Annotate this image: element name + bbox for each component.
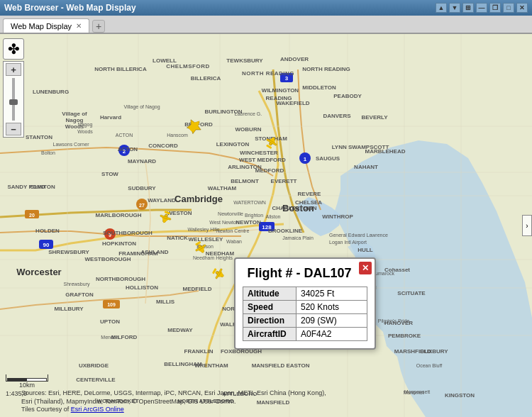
popup-close-btn[interactable]: ✕ — [359, 262, 372, 274]
svg-text:GRAFTON: GRAFTON — [65, 291, 94, 298]
svg-text:Woods: Woods — [77, 129, 93, 134]
scale-label: 10km — [6, 382, 48, 389]
flight-icon-5[interactable] — [209, 265, 226, 282]
svg-text:109: 109 — [107, 302, 116, 307]
svg-text:SAUGUS: SAUGUS — [316, 155, 340, 162]
svg-text:BELLINGHAM: BELLINGHAM — [164, 361, 202, 367]
svg-text:NEWTON: NEWTON — [235, 219, 261, 226]
zoom-in-btn[interactable]: + — [6, 63, 21, 76]
svg-text:CLINTON: CLINTON — [30, 184, 55, 190]
svg-text:WAYLAND: WAYLAND — [148, 197, 176, 204]
zoom-out-btn[interactable]: − — [6, 123, 21, 135]
svg-text:Nagog: Nagog — [78, 122, 93, 128]
popup-field-label: Altitude — [243, 287, 297, 301]
svg-text:Village of Nagog: Village of Nagog — [123, 104, 160, 110]
svg-text:NORTH READING: NORTH READING — [302, 66, 350, 72]
popup-row: Direction209 (SW) — [243, 314, 367, 328]
svg-text:SHREWSBURY: SHREWSBURY — [48, 249, 89, 255]
svg-text:FRAMINGHAM: FRAMINGHAM — [118, 250, 158, 257]
svg-text:PEABODY: PEABODY — [333, 93, 362, 99]
zoom-slider-container: + − — [3, 61, 24, 138]
zoom-handle[interactable] — [9, 99, 18, 105]
tab-web-map-display[interactable]: Web Map Display ✕ — [3, 18, 89, 33]
svg-text:BROOKLINE: BROOKLINE — [268, 228, 303, 234]
svg-text:Village of: Village of — [62, 111, 87, 117]
svg-text:STOW: STOW — [101, 171, 118, 177]
flight-icon-1[interactable] — [186, 118, 203, 135]
popup-data-table: Altitude34025 FtSpeed520 KnotsDirection2… — [243, 287, 367, 341]
svg-text:MARLBOROUGH: MARLBOROUGH — [96, 212, 142, 218]
svg-text:MEDFORD: MEDFORD — [255, 167, 284, 174]
svg-text:WILMINGTON: WILMINGTON — [262, 87, 299, 94]
svg-text:Newton Centre: Newton Centre — [216, 228, 250, 233]
popup-title: Flight # - DAL107 — [243, 266, 367, 281]
svg-text:WOBURN: WOBURN — [235, 126, 262, 133]
svg-text:EVERETT: EVERETT — [271, 178, 297, 184]
flight-icon-3[interactable] — [157, 208, 174, 225]
svg-text:CHARLESTOWN: CHARLESTOWN — [272, 205, 317, 211]
svg-text:Jamaica Plain: Jamaica Plain — [282, 235, 314, 240]
close-btn[interactable]: ✕ — [516, 3, 528, 13]
svg-text:Allston: Allston — [265, 214, 280, 219]
svg-rect-182 — [165, 211, 171, 215]
svg-text:Hanscom: Hanscom — [167, 133, 188, 138]
svg-text:BEVERLY: BEVERLY — [361, 114, 388, 121]
svg-text:UPTON: UPTON — [100, 318, 120, 325]
title-bar: Web Browser - Web Map Display ▲ ▼ ⊞ — ❒ … — [0, 0, 532, 16]
scroll-up-btn[interactable]: ▲ — [436, 3, 447, 13]
svg-text:FRANKLIN: FRANKLIN — [184, 348, 214, 355]
svg-text:WALTHAM: WALTHAM — [208, 185, 237, 191]
svg-text:READING: READING — [266, 95, 292, 101]
svg-text:Mendon: Mendon — [101, 335, 118, 340]
popup-row: Altitude34025 Ft — [243, 287, 367, 301]
svg-text:ACTON: ACTON — [116, 133, 133, 138]
restore-btn[interactable]: ❒ — [489, 3, 501, 13]
popup-field-value: 209 (SW) — [297, 314, 367, 328]
svg-text:SUDBURY: SUDBURY — [128, 185, 156, 191]
svg-text:Newtonville: Newtonville — [218, 211, 243, 216]
popup-field-label: Speed — [243, 301, 297, 314]
compass-control[interactable]: ✤ — [3, 38, 24, 60]
svg-text:MEDWAY: MEDWAY — [167, 327, 193, 333]
grid-btn[interactable]: ⊞ — [462, 3, 474, 13]
svg-text:WEST MEDFORD: WEST MEDFORD — [239, 157, 286, 163]
new-tab-btn[interactable]: + — [92, 20, 105, 33]
svg-text:WINTHROP: WINTHROP — [322, 213, 353, 220]
svg-text:CENTERVILLE: CENTERVILLE — [76, 377, 116, 383]
scroll-down-btn[interactable]: ▼ — [449, 3, 460, 13]
zoom-bar[interactable] — [12, 78, 15, 121]
svg-text:HOLDEN: HOLDEN — [35, 228, 60, 234]
svg-text:STANTON: STANTON — [26, 134, 52, 140]
svg-text:NORTHBOROUGH: NORTHBOROUGH — [96, 276, 145, 282]
maximize-btn[interactable]: □ — [503, 3, 514, 13]
svg-text:CONCORD: CONCORD — [148, 143, 178, 149]
popup-field-label: Direction — [243, 314, 297, 328]
svg-text:NAHANT: NAHANT — [354, 164, 378, 170]
svg-text:LEXINGTON: LEXINGTON — [216, 141, 250, 148]
right-panel-toggle[interactable]: › — [522, 215, 532, 236]
svg-text:90: 90 — [43, 242, 50, 248]
svg-text:General Edward Lawrence: General Edward Lawrence — [329, 233, 388, 238]
svg-text:Brighton: Brighton — [245, 213, 263, 218]
flight-icon-2[interactable] — [262, 135, 279, 152]
map-container[interactable]: 90 128 95 3 28 2 9 109 27 20 1 Cambridge — [0, 34, 532, 417]
svg-text:HULL: HULL — [358, 247, 372, 253]
svg-text:EASTON: EASTON — [286, 362, 309, 369]
svg-text:LUNENBURG: LUNENBURG — [33, 89, 69, 95]
popup-field-label: AircraftID — [243, 328, 297, 341]
minimize-btn[interactable]: — — [476, 3, 487, 13]
svg-text:Worcester: Worcester — [16, 267, 61, 277]
svg-text:CHELMSFORD: CHELMSFORD — [166, 63, 209, 70]
svg-text:BELMONT: BELMONT — [231, 178, 259, 184]
tab-close-btn[interactable]: ✕ — [76, 22, 82, 30]
svg-text:HOPKINTON: HOPKINTON — [102, 240, 136, 247]
svg-text:Bolton: Bolton — [41, 150, 55, 155]
svg-text:MARSHFIELD: MARSHFIELD — [394, 348, 432, 355]
flight-icon-4[interactable] — [192, 238, 209, 255]
flight-popup: ✕ Flight # - DAL107 Altitude34025 FtSpee… — [234, 257, 376, 350]
attribution-link[interactable]: Esri ArcGIS Online — [71, 406, 124, 413]
svg-text:MEDFIELD: MEDFIELD — [183, 286, 212, 292]
tab-label: Web Map Display — [11, 22, 72, 30]
svg-text:MARBLEHEAD: MARBLEHEAD — [365, 148, 406, 155]
svg-text:DANVERS: DANVERS — [323, 113, 351, 119]
